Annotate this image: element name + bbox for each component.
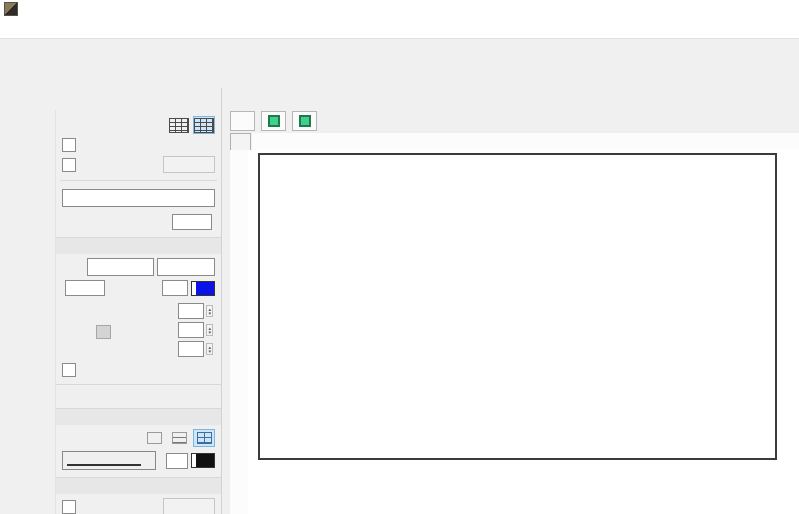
script-select[interactable] [157,258,215,276]
archicad-window: ▴▾ ▴▾ ▴▾ [0,0,799,514]
bold-button[interactable] [62,302,77,317]
width-factor-input[interactable] [178,322,204,338]
wrap-text-checkbox[interactable] [62,363,76,377]
left-palette: ▴▾ ▴▾ ▴▾ [0,88,222,514]
align-center-button[interactable] [79,325,94,339]
edit-hotspots-button[interactable] [292,111,317,131]
edit-headline-button[interactable] [163,156,215,173]
line-spacing-input[interactable] [178,303,204,319]
border-all-icon [197,432,212,444]
align-right-button[interactable] [96,325,111,339]
cell-border-all-button[interactable] [193,429,215,447]
italic-button[interactable] [79,302,94,317]
enable-print-footer-checkbox[interactable] [62,500,76,514]
schedule-canvas [248,150,799,514]
font-select[interactable] [87,258,154,276]
text-color-swatch[interactable] [191,281,215,296]
border-color-swatch[interactable] [191,453,215,468]
green-frame-icon [268,115,280,127]
table-style-1-icon [169,118,189,133]
strikethrough-button[interactable] [113,302,128,317]
align-left-button[interactable] [62,325,77,339]
ruler-options-button[interactable] [230,133,251,151]
style-option-1-button[interactable] [168,116,190,134]
border-line-type-button[interactable] [62,451,156,470]
horizontal-ruler [252,133,799,151]
drawing-area [222,110,799,514]
text-style-section-header[interactable] [56,237,221,254]
merge-uniform-items-checkbox[interactable] [62,138,76,152]
title-bar [0,0,799,18]
schedule-toolbar [222,110,799,132]
highlight-selection-button[interactable] [261,111,286,131]
underline-button[interactable] [96,302,111,317]
spinner-control[interactable]: ▴▾ [206,305,213,317]
spinner-control[interactable]: ▴▾ [206,324,213,336]
schedule-table [258,153,777,460]
cell-border-outline-button[interactable] [143,429,165,447]
font-size-input[interactable] [65,280,105,296]
menu-bar [0,18,799,38]
border-pen-input[interactable] [166,453,188,469]
main-toolbar-row [0,58,799,88]
vertical-ruler [230,150,249,514]
align-justify-button[interactable] [113,325,128,339]
text-pen-input[interactable] [162,280,188,296]
standard-toolbar [0,38,799,58]
preview-section-header[interactable] [56,384,221,401]
table-style-2-icon [194,118,214,133]
border-section-header[interactable] [56,408,221,425]
apply-format-select[interactable] [62,189,215,207]
tab-bar [180,88,799,110]
cell-border-horizontal-button[interactable] [168,429,190,447]
style-option-2-button[interactable] [193,116,215,134]
toolbox [0,88,55,514]
archicad-logo-icon [4,2,18,16]
edit-print-footer-button[interactable] [163,498,215,514]
divider [60,180,217,181]
show-headline-checkbox[interactable] [62,158,76,172]
row-height-input[interactable] [172,214,212,230]
spinner-control[interactable]: ▴▾ [206,343,213,355]
schedule-settings-button[interactable] [230,111,255,131]
green-frame-dots-icon [299,115,311,127]
favorites-star-button[interactable] [62,258,84,276]
border-horizontal-icon [172,432,187,444]
schedule-format-panel: ▴▾ ▴▾ ▴▾ [55,110,221,514]
print-footer-section-header[interactable] [56,477,221,494]
line-preview [67,464,141,466]
spacing-factor-input[interactable] [178,341,204,357]
border-outline-icon [147,432,162,444]
